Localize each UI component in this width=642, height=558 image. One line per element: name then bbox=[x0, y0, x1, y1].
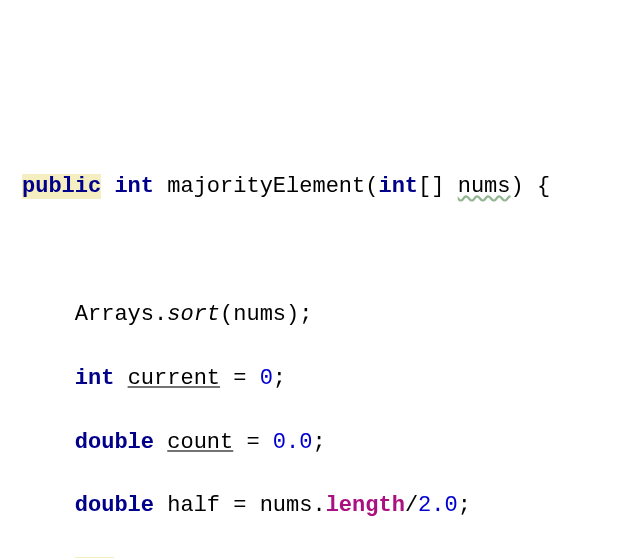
paren-close: ) { bbox=[511, 174, 551, 199]
keyword-int: int bbox=[114, 174, 154, 199]
indent bbox=[22, 430, 75, 455]
var-count: count bbox=[167, 430, 233, 455]
keyword-int: int bbox=[75, 366, 115, 391]
keyword-double: double bbox=[75, 430, 154, 455]
keyword-double: double bbox=[75, 493, 154, 518]
method-sort: sort bbox=[167, 302, 220, 327]
indent bbox=[22, 493, 75, 518]
brackets: [] bbox=[418, 174, 458, 199]
indent bbox=[22, 366, 75, 391]
method-name: majorityElement( bbox=[154, 174, 378, 199]
class-arrays: Arrays. bbox=[75, 302, 167, 327]
rest: (nums); bbox=[220, 302, 312, 327]
code-line-5: double count = 0.0; bbox=[20, 427, 622, 459]
code-line-2 bbox=[20, 235, 622, 267]
code-line-6: double half = nums.length/2.0; bbox=[20, 490, 622, 522]
code-line-1: public int majorityElement(int[] nums) { bbox=[20, 171, 622, 203]
param-nums: nums bbox=[458, 174, 511, 199]
number: 2.0 bbox=[418, 493, 458, 518]
number: 0 bbox=[260, 366, 273, 391]
code-line-7: for(int i=0;i<nums.length;i++) { bbox=[20, 554, 622, 558]
code-line-4: int current = 0; bbox=[20, 363, 622, 395]
keyword-int: int bbox=[378, 174, 418, 199]
var-current: current bbox=[128, 366, 220, 391]
keyword-public: public bbox=[22, 174, 101, 199]
number: 0.0 bbox=[273, 430, 313, 455]
prop-length: length bbox=[326, 493, 405, 518]
code-block: public int majorityElement(int[] nums) {… bbox=[20, 140, 622, 558]
indent bbox=[22, 302, 75, 327]
code-line-3: Arrays.sort(nums); bbox=[20, 299, 622, 331]
